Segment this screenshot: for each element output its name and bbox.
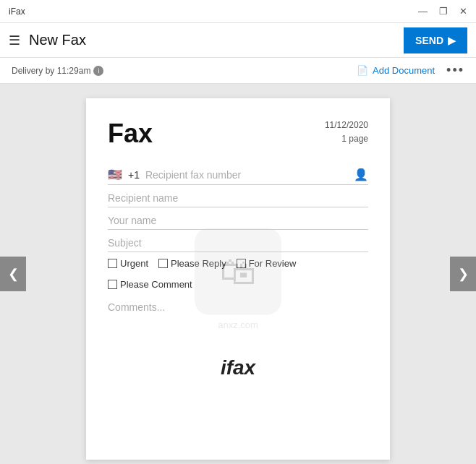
info-icon[interactable]: i — [93, 66, 103, 76]
minimize-button[interactable]: — — [418, 7, 428, 16]
your-name-placeholder: Your name — [108, 215, 368, 226]
page-title: New Fax — [29, 32, 404, 48]
comments-placeholder: Comments... — [108, 301, 165, 313]
please-reply-checkbox-box — [158, 259, 168, 268]
window-controls: — ❐ ✕ — [418, 7, 467, 16]
add-document-label: Add Document — [373, 65, 435, 76]
urgent-checkbox-box — [108, 259, 117, 268]
send-button[interactable]: SEND ▶ — [404, 27, 467, 53]
fax-title: Fax — [108, 119, 153, 149]
app-name-label: iFax — [9, 7, 418, 17]
brand-name: ifax — [221, 356, 255, 379]
fax-header: Fax 11/12/2020 1 page — [108, 119, 368, 149]
app-header: ☰ New Fax SEND ▶ — [0, 23, 476, 58]
send-label: SEND — [415, 35, 443, 46]
fax-document: 🛍 anxz.com Fax 11/12/2020 1 page 🇺🇸 +1 R… — [86, 98, 390, 460]
right-arrow-icon: ❯ — [458, 266, 469, 282]
restore-button[interactable]: ❐ — [439, 7, 448, 16]
recipient-fax-field[interactable]: 🇺🇸 +1 Recipient fax number 👤 — [108, 163, 368, 185]
fax-pages: 1 page — [325, 132, 368, 146]
recipient-name-field[interactable]: Recipient name — [108, 188, 368, 207]
delivery-label: Delivery by 11:29am — [12, 66, 90, 76]
urgent-label: Urgent — [120, 258, 148, 269]
urgent-checkbox[interactable]: Urgent — [108, 258, 148, 269]
recipient-fax-placeholder: Recipient fax number — [145, 169, 348, 181]
please-comment-label: Please Comment — [120, 279, 192, 290]
previous-page-button[interactable]: ❮ — [0, 257, 26, 291]
sub-toolbar: Delivery by 11:29am i 📄 Add Document ••• — [0, 58, 476, 84]
flag-icon: 🇺🇸 — [108, 168, 122, 181]
close-button[interactable]: ✕ — [459, 7, 467, 16]
hamburger-icon[interactable]: ☰ — [9, 33, 20, 48]
please-reply-checkbox[interactable]: Please Reply — [158, 258, 226, 269]
for-review-checkbox[interactable]: For Review — [237, 258, 297, 269]
checkboxes-row: Urgent Please Reply For Review Please Co… — [108, 258, 368, 290]
left-arrow-icon: ❮ — [8, 266, 19, 282]
fax-date: 11/12/2020 — [325, 119, 368, 132]
add-document-button[interactable]: 📄 Add Document — [357, 65, 435, 76]
title-bar: iFax — ❐ ✕ — [0, 0, 476, 23]
phone-prefix: +1 — [128, 169, 140, 181]
your-name-field[interactable]: Your name — [108, 210, 368, 230]
subject-placeholder: Subject — [108, 237, 368, 249]
please-comment-checkbox-box — [108, 280, 117, 289]
more-options-button[interactable]: ••• — [446, 63, 464, 78]
please-reply-label: Please Reply — [171, 258, 226, 269]
next-page-button[interactable]: ❯ — [450, 257, 476, 291]
delivery-info: Delivery by 11:29am i — [12, 66, 357, 76]
for-review-checkbox-box — [237, 259, 246, 268]
send-arrow-icon: ▶ — [448, 35, 456, 46]
for-review-label: For Review — [249, 258, 297, 269]
watermark-text: anxz.com — [218, 319, 258, 330]
main-content: ❮ 🛍 anxz.com Fax 11/12/2020 1 page 🇺🇸 +1… — [0, 84, 476, 464]
add-document-icon: 📄 — [357, 65, 368, 76]
subject-field[interactable]: Subject — [108, 233, 368, 252]
recipient-name-placeholder: Recipient name — [108, 192, 368, 204]
please-comment-checkbox[interactable]: Please Comment — [108, 279, 192, 290]
ifax-brand: ifax — [108, 356, 368, 379]
contact-icon[interactable]: 👤 — [354, 168, 368, 181]
fax-meta: 11/12/2020 1 page — [325, 119, 368, 146]
comments-field[interactable]: Comments... — [108, 298, 368, 313]
